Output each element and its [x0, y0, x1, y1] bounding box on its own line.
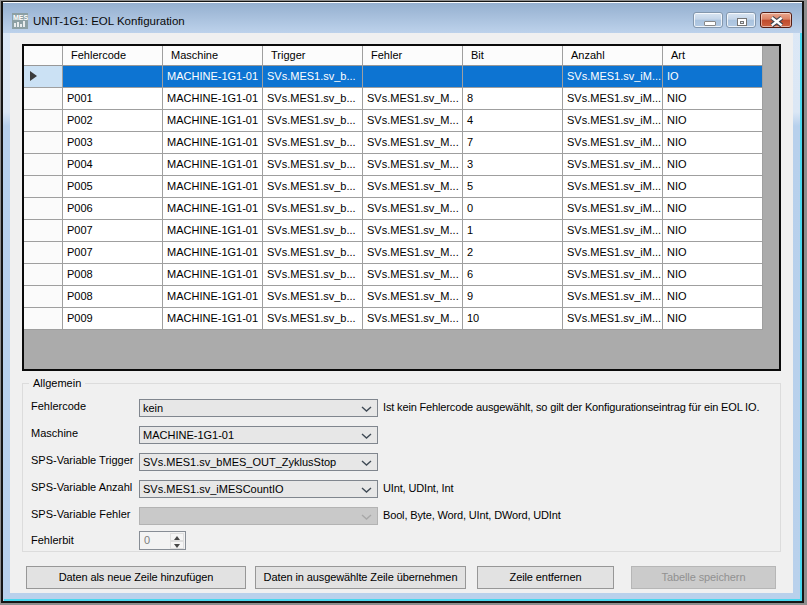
- svg-text:MES: MES: [13, 14, 28, 21]
